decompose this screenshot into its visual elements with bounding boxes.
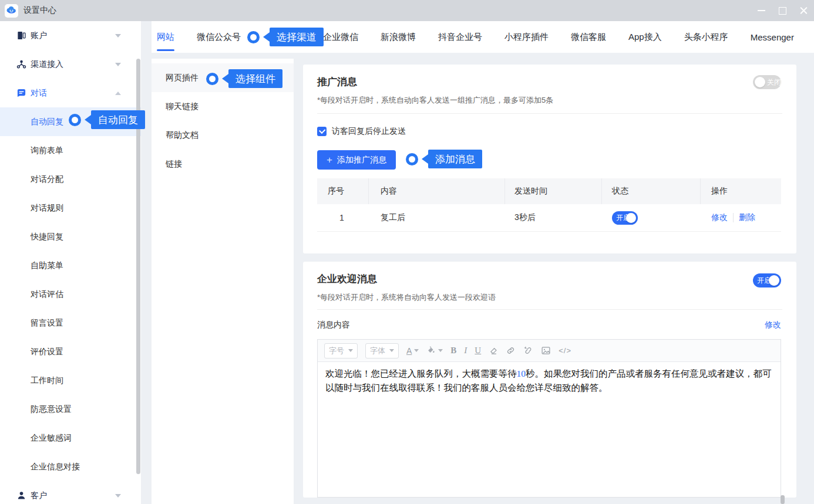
- add-promo-message-button[interactable]: + 添加推广消息: [317, 150, 396, 170]
- row-index: 1: [317, 213, 369, 222]
- minimize-icon: [758, 10, 765, 11]
- welcome-message-card: 企业欢迎消息 开启 *每段对话开启时，系统将自动向客人发送一段欢迎语 消息内容 …: [303, 262, 796, 498]
- underline-button[interactable]: U: [475, 346, 481, 356]
- callout-auto-reply: 自动回复: [69, 110, 145, 129]
- welcome-message-text[interactable]: 欢迎光临！您已经进入服务队列，大概需要等待10秒。如果您对我们的产品或者服务有任…: [318, 362, 781, 400]
- close-button[interactable]: [793, 0, 814, 21]
- component-panel: 网页插件 聊天链接 帮助文档 链接: [152, 59, 294, 504]
- column-header: 状态: [602, 178, 701, 204]
- hotspot-ring-icon: [406, 153, 418, 165]
- image-icon[interactable]: [541, 346, 551, 356]
- table-row: 1 复工后 3秒后 开启 修改 删除: [317, 204, 781, 232]
- cloud-mascot-icon: [6, 6, 16, 16]
- account-icon: [16, 31, 26, 41]
- tab-wechat-service[interactable]: 微信客服: [571, 32, 606, 43]
- sidebar-item-evaluation-settings[interactable]: 评价设置: [0, 337, 141, 366]
- component-item-link[interactable]: 链接: [152, 150, 294, 178]
- unlink-icon[interactable]: [523, 346, 533, 356]
- link-icon[interactable]: [506, 346, 516, 356]
- sidebar-item-pre-chat-form[interactable]: 询前表单: [0, 136, 141, 165]
- sidebar-item-dialog-rating[interactable]: 对话评估: [0, 280, 141, 309]
- sidebar-group-channels[interactable]: 渠道接入: [0, 50, 141, 79]
- row-status-toggle[interactable]: 开启: [612, 211, 638, 225]
- tab-app-access[interactable]: App接入: [628, 32, 662, 43]
- callout-arrow-icon: [263, 32, 270, 42]
- sidebar-group-account[interactable]: 账户: [0, 21, 141, 50]
- sidebar-item-dialog-assign[interactable]: 对话分配: [0, 165, 141, 194]
- font-family-label: 字体: [370, 346, 385, 356]
- font-size-select[interactable]: 字号: [324, 343, 358, 358]
- sidebar-group-dialog[interactable]: 对话: [0, 79, 141, 107]
- sidebar-item-label: 对话评估: [31, 289, 63, 300]
- sidebar-item-label: 自助菜单: [31, 261, 63, 271]
- welcome-title: 企业欢迎消息: [317, 272, 377, 286]
- sidebar-item-sensitive-words[interactable]: 企业敏感词: [0, 424, 141, 452]
- sidebar-item-quick-reply[interactable]: 快捷回复: [0, 222, 141, 251]
- sidebar-item-label: 防恶意设置: [31, 404, 72, 415]
- chevron-down-icon: [115, 34, 121, 38]
- component-item-help-doc[interactable]: 帮助文档: [152, 121, 294, 150]
- column-header: 内容: [369, 178, 505, 204]
- code-icon[interactable]: </>: [559, 346, 571, 355]
- promo-title: 推广消息: [317, 75, 357, 89]
- tab-douyin[interactable]: 抖音企业号: [438, 32, 482, 43]
- chevron-down-icon: [115, 63, 121, 66]
- font-color-button[interactable]: A: [406, 346, 419, 356]
- sidebar-item-message-settings[interactable]: 留言设置: [0, 309, 141, 337]
- row-content: 复工后: [369, 212, 505, 223]
- sidebar-item-label: 对话规则: [31, 203, 63, 214]
- settings-center-window: 设置中心 账户 渠道接入 对话: [0, 0, 814, 504]
- promo-table: 序号 内容 发送时间 状态 操作 1 复工后 3秒后 开启 修改: [317, 178, 781, 232]
- tab-toutiao-miniprogram[interactable]: 头条小程序: [684, 32, 728, 43]
- eraser-icon[interactable]: [489, 346, 498, 356]
- tab-wecom[interactable]: 企业微信: [323, 32, 358, 43]
- tab-weibo[interactable]: 新浪微博: [381, 32, 416, 43]
- tab-wechat-official[interactable]: 微信公众号: [197, 32, 241, 43]
- maximize-icon: [779, 7, 786, 15]
- italic-button[interactable]: I: [464, 346, 467, 356]
- tab-miniprogram-plugin[interactable]: 小程序插件: [504, 32, 549, 43]
- content-scrollbar[interactable]: [781, 495, 785, 504]
- callout-select-channel: 选择渠道: [247, 28, 324, 46]
- welcome-edit-link[interactable]: 修改: [765, 320, 781, 330]
- callout-select-component: 选择组件: [206, 69, 282, 88]
- checkbox-checked-icon[interactable]: [317, 127, 327, 136]
- hotspot-ring-icon: [206, 73, 218, 85]
- sidebar-item-label: 自动回复: [31, 117, 63, 127]
- callout-arrow-icon: [222, 74, 228, 83]
- titlebar: 设置中心: [0, 0, 814, 21]
- font-family-select[interactable]: 字体: [365, 343, 399, 358]
- channels-icon: [16, 59, 26, 70]
- callout-label: 自动回复: [91, 110, 145, 129]
- sidebar-item-enterprise-info[interactable]: 企业信息对接: [0, 452, 141, 481]
- sidebar-group-label: 客户: [31, 491, 47, 501]
- edit-link[interactable]: 修改: [711, 212, 728, 223]
- sidebar-item-label: 留言设置: [31, 318, 63, 329]
- promo-toggle[interactable]: 关闭: [753, 75, 781, 89]
- callout-add-message: 添加消息: [406, 150, 482, 168]
- bg-color-button[interactable]: [426, 345, 443, 356]
- chevron-down-icon: [115, 494, 121, 498]
- sidebar-item-dialog-rules[interactable]: 对话规则: [0, 194, 141, 222]
- minimize-button[interactable]: [751, 0, 772, 21]
- sidebar-group-customer[interactable]: 客户: [0, 481, 141, 504]
- hotspot-ring-icon: [69, 114, 81, 126]
- maximize-button[interactable]: [772, 0, 793, 21]
- bold-button[interactable]: B: [450, 346, 456, 356]
- sidebar-item-self-menu[interactable]: 自助菜单: [0, 251, 141, 280]
- divider: [317, 113, 782, 114]
- tab-website[interactable]: 网站: [157, 32, 174, 43]
- delete-link[interactable]: 删除: [739, 212, 755, 223]
- sidebar-item-anti-abuse[interactable]: 防恶意设置: [0, 395, 141, 424]
- toggle-knob: [769, 275, 779, 286]
- chevron-up-icon: [115, 92, 121, 95]
- close-icon: [800, 7, 808, 15]
- component-item-chat-link[interactable]: 聊天链接: [152, 92, 294, 121]
- toggle-knob: [626, 213, 636, 223]
- paint-bucket-icon: [426, 345, 436, 356]
- welcome-toggle[interactable]: 开启: [753, 273, 781, 287]
- callout-label: 选择组件: [228, 69, 282, 88]
- tab-messenger[interactable]: Messenger: [751, 32, 794, 42]
- sidebar-item-work-time[interactable]: 工作时间: [0, 366, 141, 395]
- welcome-text-highlight: 10: [517, 368, 526, 378]
